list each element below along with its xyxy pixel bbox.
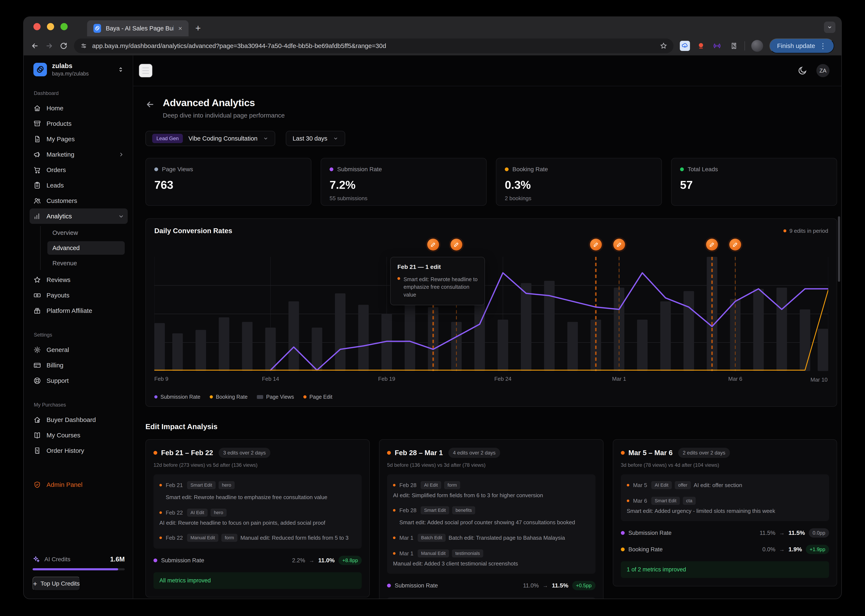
workspace-switcher[interactable]: zulabs baya.my/zulabs	[33, 61, 125, 78]
site-settings-icon[interactable]	[80, 42, 87, 49]
finish-update-button[interactable]: Finish update ⋮	[769, 38, 834, 53]
impact-subtitle: 3d before (78 views) vs 4d after (104 vi…	[621, 462, 829, 468]
top-up-credits-button[interactable]: + Top Up Credits	[33, 577, 80, 591]
edit-desc: Smart edit: Rewrote headline to emphasiz…	[159, 493, 356, 501]
sidebar-item-general[interactable]: General	[30, 342, 128, 357]
sidebar-item-admin-panel[interactable]: Admin Panel	[30, 477, 128, 492]
legend-label: Submission Rate	[160, 394, 200, 400]
edit-dot	[393, 552, 396, 555]
edit-date: Mar 5	[633, 482, 647, 489]
sidebar-item-orders[interactable]: Orders	[30, 162, 128, 178]
edit-marker-button[interactable]	[613, 239, 625, 250]
sidebar-item-my-courses[interactable]: My Courses	[30, 427, 128, 443]
edit-marker-button[interactable]	[427, 239, 439, 250]
credits-label: AI Credits	[44, 556, 71, 563]
sidebar-item-platform-affiliate[interactable]: Platform Affiliate	[30, 303, 128, 318]
close-window-button[interactable]	[33, 23, 41, 30]
tooltip-title: Feb 21 — 1 edit	[397, 264, 478, 270]
impact-metric-row: Submission Rate 11.5% → 11.5% 0.0pp	[621, 528, 829, 537]
range-select[interactable]: Last 30 days	[286, 131, 345, 146]
back-icon[interactable]	[31, 42, 39, 50]
sidebar-item-buyer-dashboard[interactable]: Buyer Dashboard	[30, 412, 128, 427]
edit-marker-button[interactable]	[729, 239, 741, 250]
arrow-right-icon: →	[779, 546, 785, 553]
sidebar-item-leads[interactable]: Leads	[30, 178, 128, 193]
metric-before: 2.2%	[292, 557, 305, 564]
edit-date: Mar 1	[399, 534, 413, 541]
sidebar-subitem-advanced[interactable]: Advanced	[47, 241, 125, 255]
pencil-icon	[593, 242, 599, 247]
extensions-area	[680, 41, 738, 51]
tooltip-dot	[397, 277, 400, 280]
extension-red-icon[interactable]	[696, 41, 706, 51]
range-select-value: Last 30 days	[292, 135, 327, 142]
sidebar-item-my-pages[interactable]: My Pages	[30, 131, 128, 147]
edit-tag: Manual Edit	[187, 534, 218, 542]
arrow-right-icon: →	[543, 582, 548, 589]
address-bar[interactable]: app.baya.my/dashboard/analytics/advanced…	[74, 38, 673, 53]
forward-icon[interactable]	[45, 42, 53, 50]
shield-check-icon	[33, 481, 41, 489]
reload-icon[interactable]	[60, 42, 68, 50]
metric-dot	[387, 584, 391, 588]
metric-cards: Page Views 763 Submission Rate 7.2% 55 s…	[146, 158, 837, 206]
bookmark-star-icon[interactable]	[660, 42, 667, 49]
sidebar: zulabs baya.my/zulabs Dashboard Home Pro…	[24, 55, 133, 599]
legend-label: Page Edit	[309, 394, 332, 400]
back-button[interactable]	[146, 100, 155, 109]
sidebar-item-reviews[interactable]: Reviews	[30, 272, 128, 288]
browser-menu-icon[interactable]: ⋮	[819, 42, 827, 50]
chart-legend: Submission Rate Booking Rate Page Views …	[154, 394, 828, 400]
sidebar-subitem-overview[interactable]: Overview	[47, 226, 125, 239]
zoom-window-button[interactable]	[60, 23, 68, 30]
extensions-puzzle-icon[interactable]	[728, 41, 738, 51]
user-avatar[interactable]: ZA	[816, 64, 829, 77]
new-tab-button[interactable]: +	[195, 23, 201, 33]
tab-close-icon[interactable]: ×	[178, 25, 182, 32]
sidebar-item-billing[interactable]: Billing	[30, 357, 128, 373]
edit-marker-button[interactable]	[590, 239, 602, 250]
sidebar-subitem-revenue[interactable]: Revenue	[47, 256, 125, 270]
metric-after: 11.5%	[788, 530, 805, 536]
page-content: Advanced Analytics Deep dive into indivi…	[133, 86, 841, 599]
edit-desc: Batch edit: Translated page to Bahasa Ma…	[449, 534, 565, 541]
sidebar-item-label: Payouts	[47, 292, 69, 299]
sidebar-item-products[interactable]: Products	[30, 116, 128, 131]
minimize-window-button[interactable]	[47, 23, 54, 30]
chevron-down-icon	[263, 136, 268, 141]
extension-signal-icon[interactable]	[712, 41, 722, 51]
sidebar-item-customers[interactable]: Customers	[30, 193, 128, 209]
sidebar-item-order-history[interactable]: Order History	[30, 443, 128, 458]
extension-cloud-icon[interactable]	[680, 41, 690, 51]
main-area: ZA Advanced Analytics Deep dive into ind…	[133, 55, 841, 599]
sidebar-toggle-button[interactable]	[139, 64, 152, 78]
edit-row: Mar 6 Smart Edit cta Smart edit: Added u…	[627, 493, 823, 518]
workspace-updown-icon	[118, 66, 124, 73]
edit-dot	[159, 511, 162, 514]
sidebar-item-label: General	[47, 346, 69, 354]
tab-search-chevron-icon[interactable]	[824, 22, 835, 33]
dark-mode-toggle-icon[interactable]	[798, 66, 807, 75]
sidebar-item-analytics[interactable]: Analytics	[30, 209, 128, 224]
edit-marker-button[interactable]	[451, 239, 462, 250]
edit-dot	[393, 509, 396, 512]
sidebar-item-home[interactable]: Home	[30, 101, 128, 116]
url-text: app.baya.my/dashboard/analytics/advanced…	[92, 42, 386, 49]
sidebar-item-marketing[interactable]: Marketing	[30, 147, 128, 162]
edit-tag: Manual Edit	[418, 549, 449, 558]
browser-profile-avatar[interactable]	[751, 40, 763, 52]
edit-marker-button[interactable]	[706, 239, 718, 250]
edit-dot	[159, 536, 162, 539]
browser-tab[interactable]: Baya - AI Sales Page Builder ×	[87, 20, 188, 36]
page-select[interactable]: Lead Gen Vibe Coding Consultation	[146, 131, 275, 146]
sidebar-item-label: Admin Panel	[47, 481, 82, 488]
sidebar-item-payouts[interactable]: Payouts	[30, 288, 128, 303]
metric-label: Page Views	[162, 166, 193, 173]
sidebar-item-support[interactable]: Support	[30, 373, 128, 388]
edit-date: Feb 22	[166, 509, 183, 516]
edit-tag: Batch Edit	[418, 534, 446, 542]
sidebar-item-label: Products	[47, 120, 71, 127]
impact-card-2: Feb 28 – Mar 1 4 edits over 2 days 5d be…	[379, 439, 603, 599]
sidebar-item-label: Buyer Dashboard	[47, 416, 96, 423]
scrollbar-thumb[interactable]	[838, 216, 840, 282]
